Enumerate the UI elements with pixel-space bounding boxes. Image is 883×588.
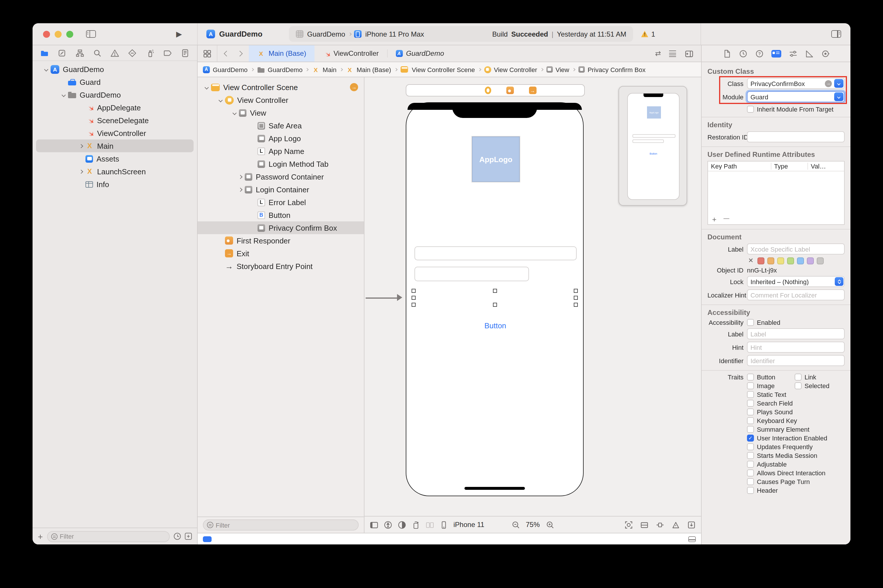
breadcrumb-scene[interactable]: View Controller Scene [400, 66, 475, 73]
toggle-document-outline-button[interactable] [203, 536, 212, 542]
breadcrumb-main[interactable]: Main [312, 65, 336, 74]
selection-handle[interactable] [493, 303, 497, 307]
source-control-navigator-icon[interactable] [58, 48, 66, 57]
document-label-field[interactable] [747, 243, 845, 255]
outline-item-error-label[interactable]: Error Label [198, 196, 364, 208]
class-combo-field[interactable]: PrivacyConfirmBox [747, 78, 845, 89]
disclosure-closed-icon[interactable] [79, 170, 83, 173]
history-inspector-icon[interactable] [739, 49, 747, 58]
selection-handle[interactable] [411, 289, 416, 293]
trait-checkbox[interactable] [794, 374, 802, 381]
report-navigator-icon[interactable] [181, 48, 189, 57]
editor-options-icon[interactable] [370, 520, 378, 529]
debug-navigator-icon[interactable] [146, 48, 154, 57]
tab-guarddemo-preview[interactable]: GuardDemo [387, 45, 452, 62]
color-swatch-red[interactable] [757, 257, 764, 264]
find-navigator-icon[interactable] [93, 48, 102, 57]
outline-item-exit[interactable]: Exit [198, 247, 364, 260]
trait-checkbox[interactable] [747, 391, 754, 398]
disclosure-open-icon[interactable] [219, 98, 223, 102]
exit-handle-icon[interactable] [529, 87, 536, 94]
selection-handle[interactable] [493, 289, 497, 293]
outline-item-view[interactable]: View [198, 106, 364, 119]
resolve-autolayout-icon[interactable] [671, 520, 680, 529]
trait-checkbox-user-interaction[interactable] [747, 435, 754, 442]
connections-inspector-icon[interactable] [821, 49, 830, 58]
accessibility-preview-icon[interactable] [384, 520, 392, 529]
runtime-attributes-table[interactable]: Key Path Type Val… + — [707, 161, 845, 225]
zoom-window-button[interactable] [66, 30, 73, 38]
trait-checkbox[interactable] [747, 452, 754, 459]
outline-item-login-method-tab[interactable]: Login Method Tab [198, 158, 364, 170]
disclosure-closed-icon[interactable] [238, 188, 242, 192]
outline-item-app-name[interactable]: App Name [198, 145, 364, 158]
run-destination[interactable]: iPhone 11 Pro Max [365, 30, 424, 38]
code-review-icon[interactable] [655, 50, 660, 57]
trait-checkbox[interactable] [747, 478, 754, 485]
zoom-in-icon[interactable] [545, 520, 554, 529]
adjust-editor-options-icon[interactable] [669, 50, 676, 57]
module-combo-field[interactable]: Guard [747, 91, 845, 102]
trait-checkbox[interactable] [747, 400, 754, 407]
navigator-item-info[interactable]: Info [33, 178, 197, 190]
update-frames-icon[interactable] [624, 520, 633, 529]
breadcrumb-main-base[interactable]: Main (Base) [345, 65, 391, 74]
selection-handle[interactable] [411, 296, 416, 300]
trait-checkbox[interactable] [794, 382, 802, 389]
navigator-item-project[interactable]: GuardDemo [33, 63, 197, 75]
canvas-stage[interactable]: AppLogo Butto [365, 77, 701, 516]
trait-checkbox[interactable] [747, 382, 754, 389]
go-to-scene-icon[interactable]: → [350, 83, 358, 91]
trait-checkbox[interactable] [747, 408, 754, 416]
clear-color-button[interactable]: ✕ [748, 257, 753, 264]
help-inspector-icon[interactable]: ? [755, 49, 764, 58]
outline-item-password-container[interactable]: Password Container [198, 170, 364, 183]
disclosure-open-icon[interactable] [62, 93, 66, 97]
module-value[interactable]: Guard [751, 93, 833, 100]
orientation-icon[interactable] [411, 520, 420, 529]
minimize-window-button[interactable] [55, 30, 62, 38]
first-responder-handle-icon[interactable] [506, 87, 514, 94]
canvas-minimap[interactable]: AppLogo Button [619, 86, 687, 206]
related-items-icon[interactable] [198, 45, 218, 62]
forward-button[interactable] [237, 51, 242, 56]
breadcrumb-view[interactable]: View [546, 66, 569, 73]
add-attribute-button[interactable]: + [712, 215, 716, 224]
toggle-navigator-icon[interactable] [86, 30, 96, 38]
symbol-navigator-icon[interactable] [75, 48, 84, 57]
outline-item-login-container[interactable]: Login Container [198, 183, 364, 196]
accessibility-label-field[interactable] [747, 328, 845, 339]
disclosure-closed-icon[interactable] [238, 175, 242, 178]
breadcrumb-view-controller[interactable]: View Controller [484, 66, 537, 73]
scm-status-filter-icon[interactable]: + [185, 533, 192, 540]
outline-item-button[interactable]: Button [198, 208, 364, 221]
recent-files-filter-icon[interactable] [174, 533, 181, 540]
module-dropdown-icon[interactable] [834, 92, 844, 101]
trait-checkbox[interactable] [747, 487, 754, 494]
navigator-item-launchscreen[interactable]: LaunchScreen [33, 165, 197, 178]
trait-checkbox[interactable] [747, 470, 754, 477]
embed-in-stack-icon[interactable] [640, 520, 649, 529]
accessibility-identifier-field[interactable] [747, 355, 845, 366]
disclosure-open-icon[interactable] [204, 85, 209, 89]
add-file-button[interactable]: + [38, 532, 43, 541]
color-swatch-green[interactable] [787, 257, 794, 264]
color-swatch-yellow[interactable] [777, 257, 784, 264]
attributes-inspector-icon[interactable] [788, 49, 797, 58]
add-editor-icon[interactable] [685, 49, 694, 58]
identity-inspector-icon-selected[interactable] [771, 50, 781, 57]
add-constraints-icon[interactable] [656, 520, 664, 529]
outline-filter-field[interactable]: Filter [203, 519, 359, 531]
zoom-level[interactable]: 75% [526, 520, 540, 529]
zoom-out-icon[interactable] [511, 520, 520, 529]
accessibility-enabled-checkbox[interactable] [747, 319, 754, 326]
tab-viewcontroller[interactable]: ViewController [314, 45, 387, 62]
disclosure-open-icon[interactable] [44, 67, 48, 71]
outline-item-safe-area[interactable]: Safe Area [198, 119, 364, 132]
navigator-item-scenedelegate[interactable]: SceneDelegate [33, 114, 197, 127]
navigator-filter-field[interactable]: Filter [47, 531, 170, 542]
run-button[interactable]: ▶ [176, 30, 182, 38]
login-container-field[interactable] [414, 246, 577, 260]
scheme-selector[interactable]: GuardDemo iPhone 11 Pro Max Build Succee… [289, 26, 633, 42]
toggle-inspector-icon[interactable] [831, 30, 841, 38]
